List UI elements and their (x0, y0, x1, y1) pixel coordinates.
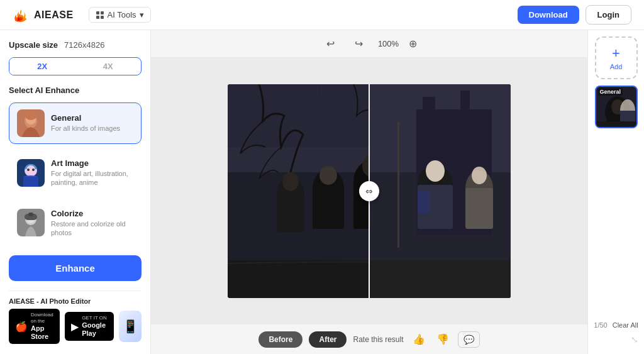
art-thumbnail (17, 159, 45, 187)
play-icon: ▶ (71, 321, 79, 333)
after-image (369, 84, 511, 298)
svg-point-28 (282, 172, 299, 191)
svg-rect-58 (465, 188, 493, 229)
svg-point-53 (426, 160, 445, 182)
pagination-row: 1/50 Clear All (594, 319, 638, 331)
upscale-value: 7126x4826 (64, 40, 104, 50)
right-panel: + Add General 1/50 Clear All (587, 30, 644, 354)
svg-rect-3 (101, 16, 104, 19)
svg-rect-51 (397, 122, 399, 248)
right-panel-footer: 1/50 Clear All ⤡ (594, 319, 638, 348)
zoom-label: 100% (378, 39, 399, 48)
clear-all-button[interactable]: Clear All (613, 321, 638, 329)
size-toggle: 2X 4X (9, 57, 142, 75)
svg-rect-65 (596, 121, 638, 128)
app-store-sub: Download on the (31, 312, 53, 324)
image-thumbnail[interactable]: General (595, 86, 638, 128)
svg-rect-50 (460, 91, 470, 116)
grid-icon (96, 11, 104, 19)
size-2x-button[interactable]: 2X (9, 58, 75, 75)
resize-area: ⤡ (594, 331, 638, 348)
center-panel: ↩ ↪ 100% ⊕ (151, 30, 587, 354)
google-play-text: GET IT ON Google Play (82, 315, 108, 338)
svg-point-13 (32, 169, 35, 171)
general-option-name: General (51, 113, 120, 123)
art-option-desc: For digital art, illustration, painting,… (51, 169, 133, 187)
left-panel: Upscale size 7126x4826 2X 4X Select AI E… (0, 30, 151, 354)
canvas-toolbar: ↩ ↪ 100% ⊕ (151, 30, 587, 58)
general-option-desc: For all kinds of images (51, 124, 120, 133)
thumbs-down-button[interactable]: 👎 (434, 331, 452, 348)
undo-button[interactable]: ↩ (321, 35, 340, 52)
app-badges: 🍎 Download on the App Store ▶ GET IT ON … (9, 309, 142, 344)
download-button[interactable]: Download (518, 6, 579, 24)
resize-handle-icon[interactable]: ⤡ (631, 335, 638, 345)
after-button[interactable]: After (309, 331, 347, 348)
svg-rect-59 (369, 260, 511, 298)
enhance-button[interactable]: Enhance (9, 255, 142, 281)
add-image-button[interactable]: + Add (595, 36, 638, 79)
svg-rect-1 (101, 11, 104, 14)
enhance-option-art[interactable]: Art Image For digital art, illustration,… (9, 152, 142, 194)
target-icon[interactable]: ⊕ (409, 38, 417, 50)
pagination-count: 1/50 (594, 321, 607, 329)
upscale-row: Upscale size 7126x4826 (9, 40, 142, 50)
svg-point-31 (319, 166, 337, 185)
app-store-badge[interactable]: 🍎 Download on the App Store (9, 309, 60, 344)
arrows-icon: ⇔ (365, 186, 373, 196)
google-play-badge[interactable]: ▶ GET IT ON Google Play (65, 312, 114, 341)
svg-point-12 (27, 169, 30, 171)
svg-rect-49 (423, 97, 435, 116)
enhance-option-colorize[interactable]: Colorize Restore and colorize old photos (9, 202, 142, 245)
before-button[interactable]: Before (258, 331, 303, 348)
google-play-main: Google Play (82, 321, 108, 338)
thumbs-up-button[interactable]: 👍 (410, 331, 428, 348)
svg-rect-29 (277, 194, 304, 232)
app-footer-title: AIEASE - AI Photo Editor (9, 297, 142, 305)
apple-icon: 🍎 (15, 321, 28, 333)
colorize-option-name: Colorize (51, 209, 133, 218)
redo-button[interactable]: ↪ (350, 35, 368, 52)
svg-rect-11 (23, 177, 38, 187)
art-option-text: Art Image For digital art, illustration,… (51, 158, 133, 187)
svg-point-57 (472, 167, 487, 184)
add-label: Add (610, 63, 623, 70)
art-option-name: Art Image (51, 158, 133, 168)
svg-rect-2 (96, 16, 99, 19)
ai-tools-button[interactable]: AI Tools ▾ (89, 7, 151, 23)
svg-rect-32 (313, 188, 344, 229)
plus-icon: + (612, 45, 620, 62)
app-promo-icon: 📱 (119, 311, 142, 342)
canvas-area: ⇔ (151, 58, 587, 324)
svg-point-7 (25, 111, 36, 120)
size-4x-button[interactable]: 4X (75, 58, 142, 75)
chevron-down-icon: ▾ (140, 10, 144, 19)
enhance-option-general[interactable]: General For all kinds of images (9, 102, 142, 144)
logo: AIEASE (13, 8, 74, 22)
colorize-option-text: Colorize Restore and colorize old photos (51, 209, 133, 238)
select-enhance-label: Select AI Enhance (9, 86, 142, 95)
rate-label: Rate this result (353, 335, 403, 344)
main-layout: Upscale size 7126x4826 2X 4X Select AI E… (0, 30, 644, 354)
canvas-bottom: Before After Rate this result 👍 👎 💬 (151, 324, 587, 354)
image-container: ⇔ (228, 84, 511, 298)
comment-button[interactable]: 💬 (458, 331, 480, 348)
svg-rect-18 (28, 213, 33, 216)
app-store-text: Download on the App Store (31, 312, 53, 341)
svg-rect-0 (96, 11, 99, 14)
app-store-main: App Store (31, 324, 53, 341)
upscale-label: Upscale size (9, 40, 58, 50)
logo-icon (13, 8, 30, 22)
general-thumbnail (17, 109, 45, 137)
colorize-thumbnail (17, 209, 45, 236)
svg-rect-55 (418, 191, 430, 213)
divider-handle[interactable]: ⇔ (359, 181, 379, 201)
thumbnail-label: General (598, 88, 623, 96)
login-button[interactable]: Login (586, 5, 631, 25)
colorize-option-desc: Restore and colorize old photos (51, 219, 133, 238)
logo-text: AIEASE (34, 9, 74, 21)
google-play-sub: GET IT ON (82, 315, 108, 321)
general-option-text: General For all kinds of images (51, 113, 120, 133)
header: AIEASE AI Tools ▾ Download Login (0, 0, 644, 30)
